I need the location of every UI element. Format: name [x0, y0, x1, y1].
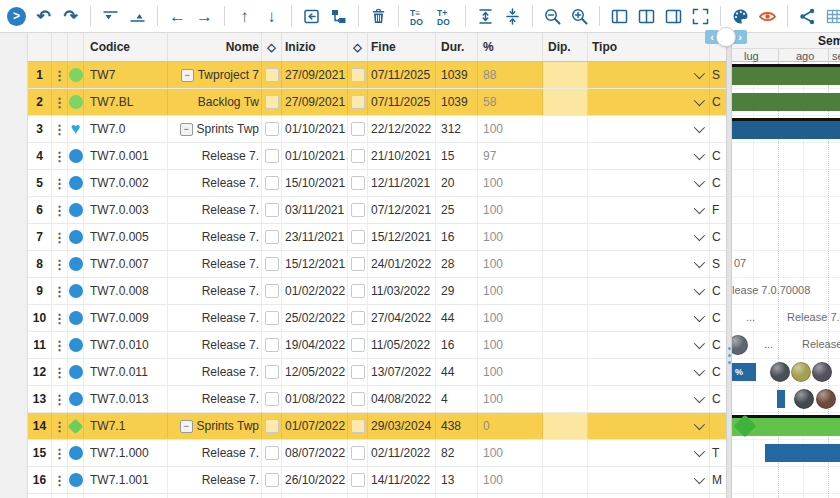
task-code[interactable]: TW7.0.001	[84, 143, 168, 169]
progress-percent[interactable]: 100	[478, 359, 543, 385]
layout-split-button[interactable]	[634, 3, 659, 29]
task-name[interactable]: Release 7.	[168, 494, 262, 498]
row-menu-button[interactable]: ⋮	[52, 494, 68, 498]
progress-percent[interactable]: 100	[478, 278, 543, 304]
expand-all-button[interactable]	[473, 3, 498, 29]
grid-columns-button[interactable]	[822, 3, 840, 29]
duration[interactable]: 4	[436, 386, 478, 412]
task-code[interactable]: TW7.BL	[84, 89, 168, 115]
task-code[interactable]: TW7.1.000	[84, 440, 168, 466]
end-date[interactable]: 14/11/2022	[368, 467, 436, 493]
assignee-avatar[interactable]	[812, 362, 832, 382]
task-name[interactable]: Release 7.	[168, 359, 262, 385]
end-milestone-checkbox[interactable]	[351, 203, 365, 217]
progress-percent[interactable]: 97	[478, 143, 543, 169]
gantt-bar[interactable]	[777, 390, 785, 408]
header-dip[interactable]: Dip.	[543, 33, 588, 61]
task-name[interactable]: Backlog Tw	[168, 89, 262, 115]
splitter-grip[interactable]	[716, 27, 736, 47]
style-palette-button[interactable]	[728, 3, 753, 29]
end-date[interactable]: 29/03/2024	[368, 413, 436, 439]
row-menu-button[interactable]: ⋮	[52, 89, 68, 115]
task-row[interactable]: 1⋮TW7−Twproject 727/09/202107/11/2025103…	[28, 62, 726, 89]
end-date[interactable]: 04/08/2022	[368, 386, 436, 412]
task-code[interactable]: TW7.0.002	[84, 170, 168, 196]
critical-path-button[interactable]	[795, 3, 820, 29]
end-milestone-checkbox[interactable]	[351, 230, 365, 244]
task-row[interactable]: 12⋮TW7.0.011Release 7.12/05/202213/07/20…	[28, 359, 726, 386]
duration[interactable]: 44	[436, 359, 478, 385]
end-date[interactable]: 07/12/2021	[368, 197, 436, 223]
start-milestone-checkbox[interactable]	[265, 176, 279, 190]
task-row[interactable]: 9⋮TW7.0.008Release 7.01/02/202211/03/202…	[28, 278, 726, 305]
dependencies[interactable]	[543, 170, 588, 196]
type-select[interactable]	[588, 359, 710, 385]
move-up-button[interactable]: ↑	[232, 3, 257, 29]
header-codice[interactable]: Codice	[84, 33, 168, 61]
header-tipo[interactable]: Tipo	[588, 33, 710, 61]
start-date[interactable]: 01/07/2022	[282, 413, 348, 439]
start-date[interactable]: 12/05/2022	[282, 359, 348, 385]
end-milestone-checkbox[interactable]	[351, 311, 365, 325]
end-milestone-checkbox[interactable]	[351, 473, 365, 487]
assignee-avatar[interactable]	[794, 389, 814, 409]
row-menu-button[interactable]: ⋮	[52, 143, 68, 169]
start-date[interactable]: 26/10/2022	[282, 467, 348, 493]
gantt-bar[interactable]: %	[732, 363, 756, 381]
end-milestone-checkbox[interactable]	[351, 338, 365, 352]
gantt-bar[interactable]	[732, 93, 840, 111]
end-milestone-checkbox[interactable]	[351, 149, 365, 163]
row-menu-button[interactable]: ⋮	[52, 440, 68, 466]
row-menu-button[interactable]: ⋮	[52, 386, 68, 412]
start-milestone-checkbox[interactable]	[265, 257, 279, 271]
zoom-out-button[interactable]	[540, 3, 565, 29]
type-select[interactable]	[588, 440, 710, 466]
outdent-button[interactable]: ←	[165, 3, 190, 29]
start-date[interactable]: 01/10/2021	[282, 143, 348, 169]
task-row[interactable]: 3⋮♥TW7.0−Sprints Twp01/10/202122/12/2022…	[28, 116, 726, 143]
progress-percent[interactable]: 100	[478, 116, 543, 142]
start-date[interactable]: 15/12/2021	[282, 251, 348, 277]
type-select[interactable]	[588, 62, 710, 88]
end-milestone-checkbox[interactable]	[351, 176, 365, 190]
task-name[interactable]: Release 7.	[168, 305, 262, 331]
expand-panel-button[interactable]: >	[4, 3, 29, 29]
task-row[interactable]: 16⋮TW7.1.001Release 7.26/10/202214/11/20…	[28, 467, 726, 494]
dependencies[interactable]	[543, 143, 588, 169]
dependencies[interactable]	[543, 278, 588, 304]
end-milestone-checkbox[interactable]	[351, 365, 365, 379]
start-milestone-checkbox[interactable]	[265, 149, 279, 163]
fullscreen-button[interactable]	[688, 3, 713, 29]
type-select[interactable]	[588, 251, 710, 277]
type-select[interactable]	[588, 386, 710, 412]
row-menu-button[interactable]: ⋮	[52, 413, 68, 439]
duration[interactable]: 16	[436, 224, 478, 250]
type-select[interactable]	[588, 89, 710, 115]
layout-gantt-only-button[interactable]	[661, 3, 686, 29]
set-start-button[interactable]	[98, 3, 123, 29]
type-select[interactable]	[588, 143, 710, 169]
collapse-toggle[interactable]: −	[180, 420, 193, 433]
task-name[interactable]: −Sprints Twp	[168, 413, 262, 439]
type-select[interactable]	[588, 224, 710, 250]
redo-button[interactable]: ↷	[58, 3, 83, 29]
end-milestone-checkbox[interactable]	[351, 68, 365, 82]
duration[interactable]: 15	[436, 143, 478, 169]
duration[interactable]: 28	[436, 251, 478, 277]
end-date[interactable]: 02/11/2022	[368, 440, 436, 466]
collapse-toggle[interactable]: −	[180, 123, 193, 136]
header-end-milestone[interactable]: ◇	[348, 33, 368, 61]
task-row[interactable]: 15⋮TW7.1.000Release 7.08/07/202202/11/20…	[28, 440, 726, 467]
todo-list-button[interactable]: T≡DO	[406, 3, 431, 29]
end-milestone-checkbox[interactable]	[351, 122, 365, 136]
start-milestone-checkbox[interactable]	[265, 473, 279, 487]
task-code[interactable]: TW7.0.008	[84, 278, 168, 304]
start-date[interactable]: 01/10/2021	[282, 116, 348, 142]
progress-percent[interactable]: 100	[478, 386, 543, 412]
start-date[interactable]: 27/09/2021	[282, 62, 348, 88]
task-code[interactable]: TW7.0.005	[84, 224, 168, 250]
visibility-button[interactable]	[755, 3, 780, 29]
task-code[interactable]: TW7	[84, 62, 168, 88]
type-select[interactable]	[588, 197, 710, 223]
header-nome[interactable]: Nome	[168, 33, 262, 61]
